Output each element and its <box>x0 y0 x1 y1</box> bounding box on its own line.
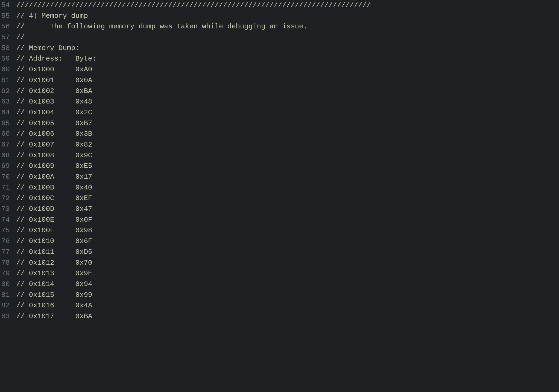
code-line: 67// 0x1007 0x82 <box>0 139 559 150</box>
line-content: // 0x1014 0x94 <box>16 279 559 290</box>
line-number: 61 <box>0 75 16 86</box>
code-line: 68// 0x1008 0x9C <box>0 150 559 161</box>
line-content: // The following memory dump was taken w… <box>16 22 559 32</box>
line-content: // 0x1016 0x4A <box>16 301 559 311</box>
line-content: // 0x1015 0x99 <box>16 290 559 300</box>
line-number: 54 <box>0 0 16 11</box>
line-content: // Address: Byte: <box>16 54 559 64</box>
line-number: 63 <box>0 97 16 107</box>
line-number: 65 <box>0 118 16 129</box>
line-number: 70 <box>0 172 16 182</box>
code-line: 81// 0x1015 0x99 <box>0 290 559 301</box>
line-number: 74 <box>0 215 16 225</box>
line-number: 60 <box>0 65 16 75</box>
line-content: // 0x100A 0x17 <box>16 172 559 182</box>
line-number: 58 <box>0 43 16 54</box>
line-number: 79 <box>0 268 16 279</box>
line-content: ////////////////////////////////////////… <box>16 0 559 11</box>
code-line: 75// 0x100F 0x98 <box>0 225 559 236</box>
line-content: // 4) Memory dump <box>16 11 559 21</box>
line-content: // 0x100B 0x40 <box>16 183 559 193</box>
line-content: // 0x1017 0xBA <box>16 311 559 322</box>
code-line: 83// 0x1017 0xBA <box>0 311 559 322</box>
line-number: 76 <box>0 236 16 247</box>
line-content: // 0x100F 0x98 <box>16 225 559 236</box>
line-number: 71 <box>0 183 16 193</box>
line-number: 57 <box>0 32 16 43</box>
code-line: 61// 0x1001 0x0A <box>0 75 559 86</box>
line-number: 59 <box>0 54 16 64</box>
line-content: // 0x1008 0x9C <box>16 151 559 161</box>
line-content: // 0x1000 0xA0 <box>16 65 559 75</box>
code-editor: 54//////////////////////////////////////… <box>0 0 559 322</box>
line-number: 64 <box>0 108 16 118</box>
line-content: // 0x1003 0x48 <box>16 97 559 107</box>
code-line: 63// 0x1003 0x48 <box>0 97 559 107</box>
code-line: 70// 0x100A 0x17 <box>0 172 559 182</box>
code-line: 69// 0x1009 0xE5 <box>0 161 559 172</box>
line-number: 78 <box>0 258 16 268</box>
line-number: 56 <box>0 22 16 32</box>
code-line: 74// 0x100E 0x0F <box>0 215 559 225</box>
line-content: // Memory Dump: <box>16 43 559 54</box>
code-line: 79// 0x1013 0x9E <box>0 268 559 279</box>
line-content: // 0x100C 0xEF <box>16 193 559 204</box>
code-line: 56// The following memory dump was taken… <box>0 21 559 32</box>
code-line: 66// 0x1006 0x3B <box>0 129 559 139</box>
line-number: 62 <box>0 86 16 97</box>
line-content: // 0x1012 0x70 <box>16 258 559 268</box>
line-content: // 0x1007 0x82 <box>16 140 559 150</box>
code-line: 58// Memory Dump: <box>0 43 559 54</box>
line-content: // 0x1009 0xE5 <box>16 161 559 171</box>
code-line: 77// 0x1011 0xD5 <box>0 247 559 258</box>
line-number: 67 <box>0 140 16 150</box>
line-number: 73 <box>0 204 16 214</box>
code-line: 80// 0x1014 0x94 <box>0 279 559 290</box>
line-content: // 0x1006 0x3B <box>16 129 559 139</box>
code-line: 54//////////////////////////////////////… <box>0 0 559 11</box>
line-content: // 0x100D 0x47 <box>16 204 559 214</box>
line-content: // 0x1013 0x9E <box>16 268 559 279</box>
line-content: // 0x1010 0x6F <box>16 236 559 247</box>
line-number: 66 <box>0 129 16 139</box>
line-content: // 0x1005 0xB7 <box>16 118 559 129</box>
line-content: // 0x1011 0xD5 <box>16 247 559 257</box>
line-number: 82 <box>0 301 16 311</box>
code-line: 59// Address: Byte: <box>0 54 559 64</box>
line-content: // 0x100E 0x0F <box>16 215 559 225</box>
code-line: 76// 0x1010 0x6F <box>0 236 559 247</box>
line-content: // 0x1004 0x2C <box>16 108 559 118</box>
code-line: 78// 0x1012 0x70 <box>0 258 559 268</box>
code-line: 65// 0x1005 0xB7 <box>0 118 559 129</box>
code-line: 62// 0x1002 0xBA <box>0 86 559 97</box>
line-number: 69 <box>0 161 16 171</box>
line-content: // <box>16 32 559 43</box>
line-number: 80 <box>0 279 16 290</box>
line-number: 68 <box>0 151 16 161</box>
line-number: 77 <box>0 247 16 257</box>
code-line: 57// <box>0 32 559 43</box>
line-number: 81 <box>0 290 16 300</box>
line-number: 72 <box>0 193 16 204</box>
line-content: // 0x1001 0x0A <box>16 75 559 86</box>
code-line: 73// 0x100D 0x47 <box>0 204 559 215</box>
code-line: 82// 0x1016 0x4A <box>0 300 559 311</box>
line-number: 83 <box>0 311 16 322</box>
code-line: 64// 0x1004 0x2C <box>0 107 559 118</box>
line-number: 75 <box>0 225 16 236</box>
line-content: // 0x1002 0xBA <box>16 86 559 97</box>
code-line: 72// 0x100C 0xEF <box>0 193 559 204</box>
line-number: 55 <box>0 11 16 21</box>
code-line: 55// 4) Memory dump <box>0 11 559 22</box>
code-line: 60// 0x1000 0xA0 <box>0 64 559 75</box>
code-line: 71// 0x100B 0x40 <box>0 182 559 193</box>
